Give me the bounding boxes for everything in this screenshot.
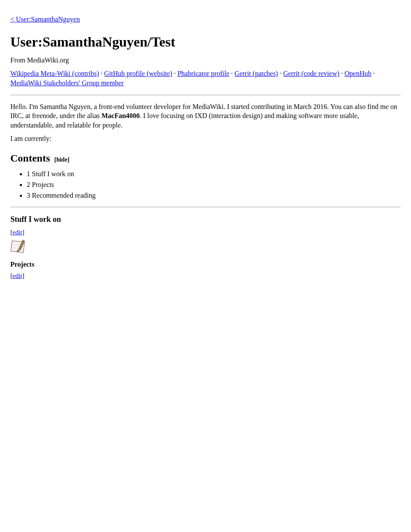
nav-link-github[interactable]: GitHub profile (website) xyxy=(104,70,172,77)
divider xyxy=(10,207,401,207)
toc-item-2[interactable]: 2 Projects xyxy=(27,180,401,190)
nav-link-stakeholders[interactable]: MediaWiki Stakeholders' Group member xyxy=(10,79,124,87)
edit-link-projects[interactable]: edit xyxy=(12,272,22,279)
toc-toggle[interactable]: [hide] xyxy=(54,156,69,163)
note-edit-icon xyxy=(10,240,28,255)
nav-link-gerrit-patches[interactable]: Gerrit (patches) xyxy=(234,70,278,77)
section-extensions-heading xyxy=(10,285,401,292)
table-of-contents: Contents [hide] 1 Stuff I work on 2 Proj… xyxy=(10,151,401,200)
nav-link-openhub[interactable]: OpenHub xyxy=(345,70,371,77)
page-title: User:SamanthaNguyen/Test xyxy=(10,33,401,51)
toc-list: 1 Stuff I work on 2 Projects 3 Recommend… xyxy=(10,169,401,200)
divider xyxy=(10,95,401,95)
toc-heading: Contents xyxy=(10,152,50,164)
nav-link-meta[interactable]: Wikipedia Meta-Wiki (contribs) xyxy=(10,70,99,77)
toc-item-3[interactable]: 3 Recommended reading xyxy=(27,191,401,200)
intro-paragraph: Hello. I'm Samantha Nguyen, a front-end … xyxy=(10,102,401,130)
nav-links: Wikipedia Meta-Wiki (contribs) · GitHub … xyxy=(10,69,401,87)
toc-item-1[interactable]: 1 Stuff I work on xyxy=(27,169,401,179)
list-intro: I am currently: xyxy=(10,134,401,143)
section-projects: Projects xyxy=(10,260,401,269)
nav-link-phabricator[interactable]: Phabricator profile xyxy=(177,70,229,77)
nav-link-gerrit-review[interactable]: Gerrit (code review) xyxy=(283,70,339,77)
breadcrumb: From MediaWiki.org xyxy=(10,56,401,65)
alias: MacFan4000 xyxy=(101,112,140,119)
parent-page-link[interactable]: < User:SamanthaNguyen xyxy=(10,15,401,24)
section-stuff-i-work-on: Stuff I work on xyxy=(10,214,401,224)
edit-link-stuff[interactable]: edit xyxy=(12,229,22,236)
